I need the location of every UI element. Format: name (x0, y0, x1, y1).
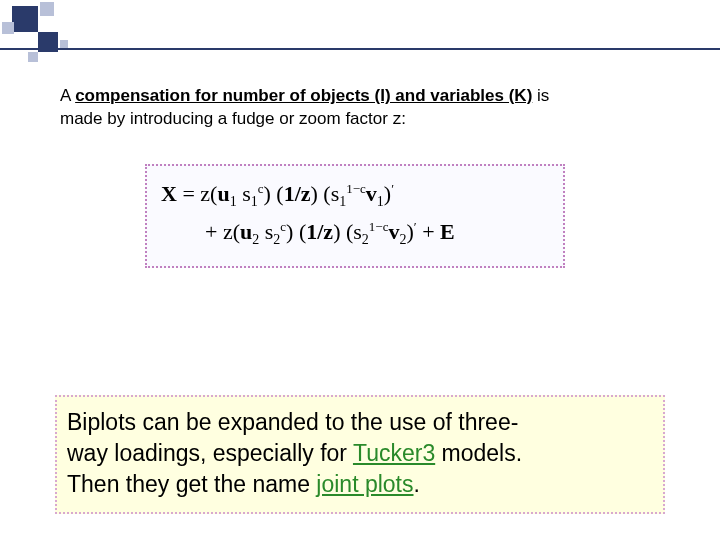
intro-line2: made by introducing a fudge or zoom fact… (60, 109, 406, 128)
intro-suffix1: is (532, 86, 549, 105)
eq-oneoverz: 1/z (284, 181, 311, 206)
note-t2: way loadings, especially for (67, 440, 353, 466)
equation-box: X = z(u1 s1c) (1/z) (s11−cv1)′ + z(u2 s2… (145, 164, 565, 268)
eq-s2b-sup: 1−c (369, 218, 389, 233)
eq-X: X (161, 181, 177, 206)
eq-s2-sub: 2 (273, 232, 280, 247)
eq-u1-sub: 1 (230, 194, 237, 209)
intro-prefix: A (60, 86, 75, 105)
eq-s1b-sub: 1 (339, 194, 346, 209)
eq-v1: v (366, 181, 377, 206)
note-t4: Then they get the name (67, 471, 316, 497)
eq-rp6: ) (406, 219, 413, 244)
intro-paragraph: A compensation for number of objects (I)… (60, 85, 660, 131)
eq-v2: v (388, 219, 399, 244)
eq-E: E (440, 219, 455, 244)
eq-s2b-sub: 2 (362, 232, 369, 247)
equation-line-1: X = z(u1 s1c) (1/z) (s11−cv1)′ (161, 176, 549, 214)
eq-s1b: s (331, 181, 340, 206)
note-t3: models. (435, 440, 522, 466)
eq-plus: + z( (205, 219, 240, 244)
eq-prime1: ′ (391, 181, 394, 196)
note-joint: joint plots (316, 471, 413, 497)
eq-plusE: + (417, 219, 440, 244)
eq-v1-sub: 1 (377, 194, 384, 209)
header-divider (0, 48, 720, 50)
eq-rp1: ) ( (263, 181, 283, 206)
note-tucker: Tucker3 (353, 440, 435, 466)
note-t5: . (414, 471, 420, 497)
note-t1: Biplots can be expanded to the use of th… (67, 409, 518, 435)
eq-s1: s (242, 181, 251, 206)
corner-decoration (0, 0, 150, 80)
eq-s2b: s (353, 219, 362, 244)
eq-rp4: ) ( (286, 219, 306, 244)
eq-u1: u (217, 181, 229, 206)
eq-rp2: ) ( (311, 181, 331, 206)
eq-s1b-sup: 1−c (346, 181, 366, 196)
eq-rp5: ) ( (333, 219, 353, 244)
eq-u2: u (240, 219, 252, 244)
eq-eq: = z( (177, 181, 218, 206)
eq-s1-sub: 1 (251, 194, 258, 209)
eq-oneoverz2: 1/z (306, 219, 333, 244)
note-box: Biplots can be expanded to the use of th… (55, 395, 665, 514)
intro-emphasis: compensation for number of objects (I) a… (75, 86, 532, 105)
equation-line-2: + z(u2 s2c) (1/z) (s21−cv2)′ + E (161, 214, 549, 252)
